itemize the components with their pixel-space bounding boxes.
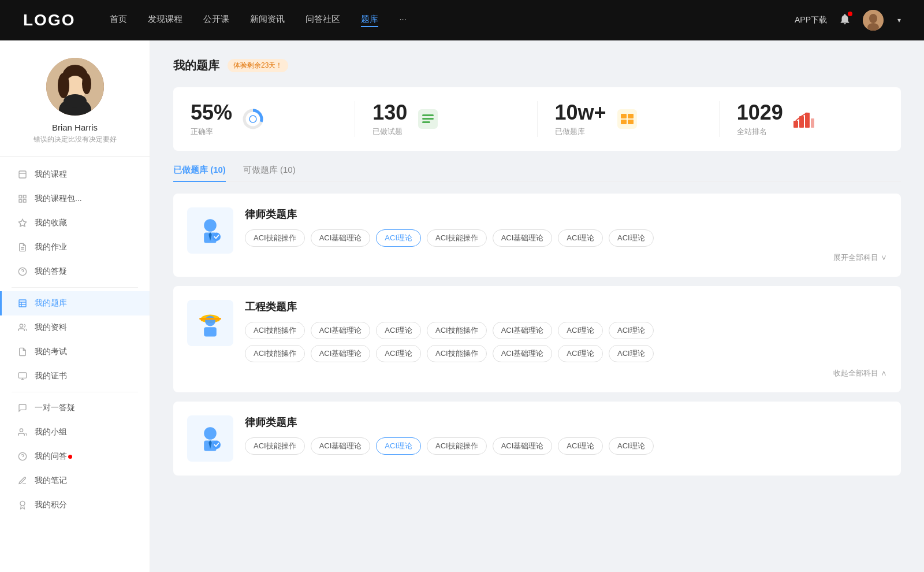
nav-qa[interactable]: 问答社区	[305, 14, 340, 27]
svg-rect-57	[204, 327, 217, 336]
qbank-card-lawyer-1: 律师类题库 ACI技能操作 ACI基础理论 ACI理论 ACI技能操作 ACI基…	[173, 194, 901, 277]
sidebar-item-course-package[interactable]: 我的课程包...	[0, 187, 150, 211]
profile-section: Brian Harris 错误的决定比没有决定要好	[0, 58, 150, 157]
tag-0[interactable]: ACI技能操作	[245, 229, 305, 247]
qbank-title-lawyer-1: 律师类题库	[245, 207, 887, 221]
navbar-right: APP下载 ▾	[795, 10, 901, 31]
tab-available-banks[interactable]: 可做题库 (10)	[243, 165, 296, 181]
tag-2-active[interactable]: ACI理论	[376, 229, 421, 247]
bell-icon[interactable]	[839, 13, 851, 28]
stat-value-questions: 130	[372, 101, 407, 124]
stat-label-correct: 正确率	[191, 127, 232, 137]
sidebar-menu: 我的课程 我的课程包... 我的收藏 我的作业	[0, 162, 150, 517]
sidebar-item-points[interactable]: 我的积分	[0, 493, 150, 517]
eng-tag-13[interactable]: ACI理论	[609, 345, 654, 362]
nav-home[interactable]: 首页	[110, 14, 127, 27]
svg-rect-43	[628, 114, 634, 118]
expand-lawyer-1[interactable]: 展开全部科目 ∨	[245, 252, 887, 263]
svg-marker-17	[18, 219, 26, 226]
nav-discover[interactable]: 发现课程	[148, 14, 182, 27]
qbank-card-lawyer-2: 律师类题库 ACI技能操作 ACI基础理论 ACI理论 ACI技能操作 ACI基…	[173, 402, 901, 476]
sidebar-item-certificate[interactable]: 我的证书	[0, 364, 150, 388]
tag-6[interactable]: ACI理论	[609, 229, 654, 247]
sidebar-item-mybank[interactable]: 我的题库	[0, 291, 150, 315]
l2-tag-6[interactable]: ACI理论	[609, 437, 654, 455]
eng-tag-4[interactable]: ACI基础理论	[493, 322, 553, 339]
tab-done-banks[interactable]: 已做题库 (10)	[173, 165, 226, 181]
tags-row-engineer-2: ACI技能操作 ACI基础理论 ACI理论 ACI技能操作 ACI基础理论 AC…	[245, 345, 887, 362]
l2-tag-1[interactable]: ACI基础理论	[311, 437, 371, 455]
sidebar-item-myqa[interactable]: 我的问答	[0, 444, 150, 469]
svg-rect-39	[422, 118, 434, 120]
tag-3[interactable]: ACI技能操作	[427, 229, 487, 247]
svg-rect-38	[422, 114, 434, 116]
sidebar-item-1v1[interactable]: 一对一答疑	[0, 396, 150, 420]
eng-tag-7[interactable]: ACI技能操作	[245, 345, 305, 362]
eng-tag-10[interactable]: ACI技能操作	[427, 345, 487, 362]
sidebar-item-favorite[interactable]: 我的收藏	[0, 211, 150, 235]
stat-ranking: 1029 全站排名	[720, 101, 901, 137]
expand-engineer[interactable]: 收起全部科目 ∧	[245, 368, 887, 378]
sidebar-item-course[interactable]: 我的课程	[0, 162, 150, 187]
svg-rect-40	[422, 121, 430, 123]
svg-rect-46	[793, 121, 798, 128]
tag-4[interactable]: ACI基础理论	[493, 229, 553, 247]
l2-tag-4[interactable]: ACI基础理论	[493, 437, 553, 455]
stat-done-banks: 10w+ 已做题库	[538, 101, 720, 137]
sidebar-item-group[interactable]: 我的小组	[0, 420, 150, 444]
mybank-icon	[17, 298, 28, 309]
qbank-lawyer-icon-wrap	[187, 207, 233, 254]
favorite-icon	[17, 218, 28, 228]
tag-5[interactable]: ACI理论	[558, 229, 603, 247]
eng-tag-9[interactable]: ACI理论	[376, 345, 421, 362]
nav-more[interactable]: ···	[399, 14, 407, 27]
qbank-title-engineer: 工程类题库	[245, 300, 887, 314]
sidebar-item-profile[interactable]: 我的资料	[0, 315, 150, 340]
page-header: 我的题库 体验剩余23天！	[173, 58, 901, 73]
sidebar-item-homework[interactable]: 我的作业	[0, 235, 150, 259]
myqa-notification-dot	[68, 455, 72, 459]
certificate-icon	[17, 371, 28, 381]
stat-label-banks: 已做题库	[555, 127, 606, 137]
page-title: 我的题库	[173, 58, 219, 73]
sidebar-item-notes[interactable]: 我的笔记	[0, 469, 150, 493]
l2-tag-5[interactable]: ACI理论	[558, 437, 603, 455]
sidebar-divider-1	[12, 287, 138, 288]
myqa-icon	[17, 451, 28, 462]
l2-tag-0[interactable]: ACI技能操作	[245, 437, 305, 455]
eng-tag-3[interactable]: ACI技能操作	[427, 322, 487, 339]
app-download-link[interactable]: APP下载	[795, 15, 827, 25]
profile-icon	[17, 322, 28, 333]
logo[interactable]: LOGO	[23, 11, 75, 29]
user-avatar[interactable]	[863, 10, 884, 31]
svg-point-50	[204, 219, 217, 232]
eng-tag-8[interactable]: ACI基础理论	[311, 345, 371, 362]
l2-tag-3[interactable]: ACI技能操作	[427, 437, 487, 455]
svg-point-36	[249, 116, 256, 122]
svg-point-30	[20, 429, 23, 432]
nav-openclass[interactable]: 公开课	[203, 14, 229, 27]
eng-tag-11[interactable]: ACI基础理论	[493, 345, 553, 362]
nav-questionbank[interactable]: 题库	[361, 14, 378, 27]
eng-tag-5[interactable]: ACI理论	[558, 322, 603, 339]
eng-tag-0[interactable]: ACI技能操作	[245, 322, 305, 339]
qbank-body-engineer: 工程类题库 ACI技能操作 ACI基础理论 ACI理论 ACI技能操作 ACI基…	[245, 300, 887, 378]
eng-tag-1[interactable]: ACI基础理论	[311, 322, 371, 339]
nav-news[interactable]: 新闻资讯	[250, 14, 285, 27]
qbank-body-lawyer-2: 律师类题库 ACI技能操作 ACI基础理论 ACI理论 ACI技能操作 ACI基…	[245, 415, 887, 460]
sidebar: Brian Harris 错误的决定比没有决定要好 我的课程 我的课程包...	[0, 40, 150, 572]
l2-tag-2-active[interactable]: ACI理论	[376, 437, 421, 455]
eng-tag-12[interactable]: ACI理论	[558, 345, 603, 362]
sidebar-item-exam[interactable]: 我的考试	[0, 340, 150, 364]
sidebar-item-qa[interactable]: 我的答疑	[0, 259, 150, 284]
avatar-image	[46, 58, 104, 116]
svg-point-1	[869, 14, 877, 23]
profile-slogan: 错误的决定比没有决定要好	[33, 135, 117, 144]
svg-point-62	[213, 440, 221, 448]
tag-1[interactable]: ACI基础理论	[311, 229, 371, 247]
user-menu-chevron[interactable]: ▾	[897, 16, 901, 24]
eng-tag-2[interactable]: ACI理论	[376, 322, 421, 339]
navbar-links: 首页 发现课程 公开课 新闻资讯 问答社区 题库 ···	[110, 14, 795, 27]
eng-tag-6[interactable]: ACI理论	[609, 322, 654, 339]
group-icon	[17, 427, 28, 437]
